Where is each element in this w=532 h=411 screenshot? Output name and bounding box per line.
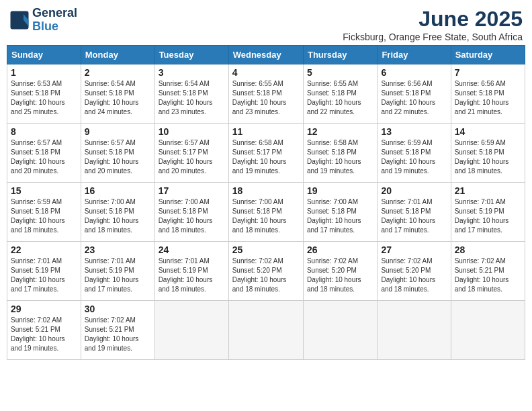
table-row: 24Sunrise: 7:01 AM Sunset: 5:19 PM Dayli… xyxy=(154,242,228,301)
day-info: Sunrise: 7:00 AM Sunset: 5:18 PM Dayligh… xyxy=(159,197,225,235)
table-row: 16Sunrise: 7:00 AM Sunset: 5:18 PM Dayli… xyxy=(81,183,154,242)
week-row-3: 15Sunrise: 6:59 AM Sunset: 5:18 PM Dayli… xyxy=(7,183,525,242)
day-info: Sunrise: 6:55 AM Sunset: 5:18 PM Dayligh… xyxy=(232,79,300,117)
day-number: 11 xyxy=(232,126,300,137)
day-info: Sunrise: 7:02 AM Sunset: 5:21 PM Dayligh… xyxy=(85,316,151,353)
day-number: 10 xyxy=(159,126,225,137)
day-number: 13 xyxy=(381,126,447,137)
day-number: 4 xyxy=(232,67,300,78)
table-row xyxy=(303,301,377,360)
page-header: General Blue June 2025 Ficksburg, Orange… xyxy=(7,7,525,42)
day-info: Sunrise: 7:02 AM Sunset: 5:21 PM Dayligh… xyxy=(11,316,77,353)
table-row: 15Sunrise: 6:59 AM Sunset: 5:18 PM Dayli… xyxy=(7,183,81,242)
day-number: 26 xyxy=(307,244,373,255)
table-row: 19Sunrise: 7:00 AM Sunset: 5:18 PM Dayli… xyxy=(303,183,377,242)
table-row: 20Sunrise: 7:01 AM Sunset: 5:18 PM Dayli… xyxy=(378,183,451,242)
col-wednesday: Wednesday xyxy=(228,46,303,64)
week-row-5: 29Sunrise: 7:02 AM Sunset: 5:21 PM Dayli… xyxy=(7,301,525,360)
table-row xyxy=(154,301,228,360)
day-info: Sunrise: 6:59 AM Sunset: 5:18 PM Dayligh… xyxy=(381,138,447,176)
day-number: 14 xyxy=(455,126,521,137)
table-row: 5Sunrise: 6:55 AM Sunset: 5:18 PM Daylig… xyxy=(303,64,377,124)
table-row: 3Sunrise: 6:54 AM Sunset: 5:18 PM Daylig… xyxy=(154,64,228,124)
day-number: 12 xyxy=(307,126,373,137)
day-number: 28 xyxy=(455,244,521,255)
table-row: 7Sunrise: 6:56 AM Sunset: 5:18 PM Daylig… xyxy=(451,64,525,124)
day-number: 8 xyxy=(11,126,77,137)
day-info: Sunrise: 6:59 AM Sunset: 5:18 PM Dayligh… xyxy=(455,138,521,176)
day-info: Sunrise: 7:02 AM Sunset: 5:20 PM Dayligh… xyxy=(232,257,300,294)
day-info: Sunrise: 7:02 AM Sunset: 5:20 PM Dayligh… xyxy=(307,257,373,294)
day-info: Sunrise: 7:00 AM Sunset: 5:18 PM Dayligh… xyxy=(85,197,151,235)
table-row: 23Sunrise: 7:01 AM Sunset: 5:19 PM Dayli… xyxy=(81,242,154,301)
table-row xyxy=(228,301,303,360)
day-number: 7 xyxy=(455,67,521,78)
day-info: Sunrise: 7:01 AM Sunset: 5:19 PM Dayligh… xyxy=(11,257,77,294)
day-number: 17 xyxy=(159,185,225,196)
col-monday: Monday xyxy=(81,46,154,64)
table-row: 17Sunrise: 7:00 AM Sunset: 5:18 PM Dayli… xyxy=(154,183,228,242)
logo-line2: Blue xyxy=(32,20,77,34)
table-row: 27Sunrise: 7:02 AM Sunset: 5:20 PM Dayli… xyxy=(378,242,451,301)
day-number: 29 xyxy=(11,304,77,314)
table-row: 29Sunrise: 7:02 AM Sunset: 5:21 PM Dayli… xyxy=(7,301,81,360)
day-info: Sunrise: 7:01 AM Sunset: 5:19 PM Dayligh… xyxy=(455,197,521,235)
day-number: 18 xyxy=(232,185,300,196)
day-info: Sunrise: 6:57 AM Sunset: 5:18 PM Dayligh… xyxy=(85,138,151,176)
week-row-4: 22Sunrise: 7:01 AM Sunset: 5:19 PM Dayli… xyxy=(7,242,525,301)
day-info: Sunrise: 6:58 AM Sunset: 5:17 PM Dayligh… xyxy=(232,138,300,176)
calendar-header-row: Sunday Monday Tuesday Wednesday Thursday… xyxy=(7,46,525,64)
table-row: 28Sunrise: 7:02 AM Sunset: 5:21 PM Dayli… xyxy=(451,242,525,301)
table-row: 10Sunrise: 6:57 AM Sunset: 5:17 PM Dayli… xyxy=(154,124,228,183)
col-saturday: Saturday xyxy=(451,46,525,64)
logo: General Blue xyxy=(9,7,77,34)
table-row: 2Sunrise: 6:54 AM Sunset: 5:18 PM Daylig… xyxy=(81,64,154,124)
table-row: 25Sunrise: 7:02 AM Sunset: 5:20 PM Dayli… xyxy=(228,242,303,301)
table-row: 11Sunrise: 6:58 AM Sunset: 5:17 PM Dayli… xyxy=(228,124,303,183)
day-number: 16 xyxy=(85,185,151,196)
day-number: 15 xyxy=(11,185,77,196)
day-number: 9 xyxy=(85,126,151,137)
day-number: 22 xyxy=(11,244,77,255)
day-info: Sunrise: 7:01 AM Sunset: 5:18 PM Dayligh… xyxy=(381,197,447,235)
day-info: Sunrise: 6:57 AM Sunset: 5:18 PM Dayligh… xyxy=(11,138,77,176)
day-info: Sunrise: 6:54 AM Sunset: 5:18 PM Dayligh… xyxy=(85,79,151,117)
table-row: 22Sunrise: 7:01 AM Sunset: 5:19 PM Dayli… xyxy=(7,242,81,301)
day-number: 21 xyxy=(455,185,521,196)
table-row xyxy=(451,301,525,360)
table-row: 1Sunrise: 6:53 AM Sunset: 5:18 PM Daylig… xyxy=(7,64,81,124)
day-info: Sunrise: 6:57 AM Sunset: 5:17 PM Dayligh… xyxy=(159,138,225,176)
day-info: Sunrise: 6:55 AM Sunset: 5:18 PM Dayligh… xyxy=(307,79,373,117)
table-row: 6Sunrise: 6:56 AM Sunset: 5:18 PM Daylig… xyxy=(378,64,451,124)
table-row: 21Sunrise: 7:01 AM Sunset: 5:19 PM Dayli… xyxy=(451,183,525,242)
day-number: 30 xyxy=(85,304,151,314)
day-number: 25 xyxy=(232,244,300,255)
day-info: Sunrise: 6:58 AM Sunset: 5:18 PM Dayligh… xyxy=(307,138,373,176)
week-row-2: 8Sunrise: 6:57 AM Sunset: 5:18 PM Daylig… xyxy=(7,124,525,183)
day-number: 1 xyxy=(11,67,77,78)
day-number: 6 xyxy=(381,67,447,78)
week-row-1: 1Sunrise: 6:53 AM Sunset: 5:18 PM Daylig… xyxy=(7,64,525,124)
logo-icon xyxy=(9,10,30,30)
day-info: Sunrise: 6:56 AM Sunset: 5:18 PM Dayligh… xyxy=(381,79,447,117)
month-title: June 2025 xyxy=(343,7,523,32)
day-number: 27 xyxy=(381,244,447,255)
location-subtitle: Ficksburg, Orange Free State, South Afri… xyxy=(343,32,523,42)
day-number: 19 xyxy=(307,185,373,196)
day-info: Sunrise: 6:59 AM Sunset: 5:18 PM Dayligh… xyxy=(11,197,77,235)
day-info: Sunrise: 7:00 AM Sunset: 5:18 PM Dayligh… xyxy=(307,197,373,235)
day-number: 5 xyxy=(307,67,373,78)
table-row: 30Sunrise: 7:02 AM Sunset: 5:21 PM Dayli… xyxy=(81,301,154,360)
col-sunday: Sunday xyxy=(7,46,81,64)
col-tuesday: Tuesday xyxy=(154,46,228,64)
day-info: Sunrise: 6:54 AM Sunset: 5:18 PM Dayligh… xyxy=(159,79,225,117)
table-row: 18Sunrise: 7:00 AM Sunset: 5:18 PM Dayli… xyxy=(228,183,303,242)
table-row: 14Sunrise: 6:59 AM Sunset: 5:18 PM Dayli… xyxy=(451,124,525,183)
day-info: Sunrise: 7:00 AM Sunset: 5:18 PM Dayligh… xyxy=(232,197,300,235)
col-friday: Friday xyxy=(378,46,451,64)
col-thursday: Thursday xyxy=(303,46,377,64)
table-row: 8Sunrise: 6:57 AM Sunset: 5:18 PM Daylig… xyxy=(7,124,81,183)
title-area: June 2025 Ficksburg, Orange Free State, … xyxy=(343,7,523,42)
table-row: 4Sunrise: 6:55 AM Sunset: 5:18 PM Daylig… xyxy=(228,64,303,124)
day-number: 3 xyxy=(159,67,225,78)
